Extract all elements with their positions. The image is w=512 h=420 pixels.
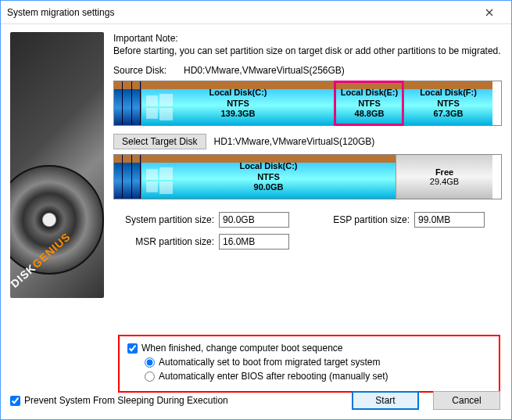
target-disk-row: Select Target Disk HD1:VMware,VMwareVirt… bbox=[113, 134, 502, 149]
footer: Prevent System From Sleeping During Exec… bbox=[10, 391, 500, 410]
size-fields: System partition size: ESP partition siz… bbox=[113, 212, 502, 256]
close-button[interactable] bbox=[474, 2, 505, 23]
partition-size: 90.0GB bbox=[254, 182, 284, 193]
free-space[interactable]: Free29.4GB bbox=[396, 155, 492, 199]
svg-rect-6 bbox=[146, 181, 158, 192]
prevent-sleep-checkbox[interactable] bbox=[10, 396, 20, 406]
partition-name: Local Disk(C:) bbox=[240, 161, 298, 172]
auto-bios-label: Automatically enter BIOS after rebooting… bbox=[159, 371, 388, 382]
partition-fs: NTFS bbox=[257, 172, 280, 183]
partition-size: 48.8GB bbox=[355, 109, 385, 120]
partition-fs: NTFS bbox=[437, 99, 460, 109]
boot-sequence-label: When finished, change computer boot sequ… bbox=[141, 343, 343, 354]
windows-icon bbox=[146, 167, 173, 194]
reserved-partitions bbox=[114, 81, 141, 125]
partition-size: 139.3GB bbox=[220, 109, 255, 120]
partition-name: Local Disk(F:) bbox=[420, 88, 477, 99]
msr-partition-size-label: MSR partition size: bbox=[113, 236, 219, 247]
source-disk-label: Source Disk: bbox=[113, 65, 184, 76]
svg-rect-0 bbox=[146, 96, 158, 107]
windows-icon bbox=[146, 94, 173, 120]
boot-sequence-row: When finished, change computer boot sequ… bbox=[127, 343, 491, 354]
close-icon bbox=[485, 9, 493, 16]
svg-rect-7 bbox=[159, 181, 173, 194]
start-button[interactable]: Start bbox=[352, 391, 419, 410]
boot-sequence-box: When finished, change computer boot sequ… bbox=[118, 335, 500, 393]
esp-partition-size-label: ESP partition size: bbox=[320, 214, 414, 225]
titlebar: System migration settings bbox=[1, 1, 511, 24]
source-disk-bar: Local Disk(C:)NTFS139.3GBLocal Disk(E:)N… bbox=[113, 81, 502, 126]
partition-fs: NTFS bbox=[227, 99, 249, 109]
target-disk-bar: Local Disk(C:)NTFS90.0GBFree29.4GB bbox=[113, 154, 502, 199]
target-disk-value: HD1:VMware,VMwareVirtualS(120GB) bbox=[214, 136, 375, 147]
partition[interactable]: Local Disk(C:)NTFS90.0GB bbox=[141, 155, 396, 199]
partition[interactable]: Local Disk(F:)NTFS67.3GB bbox=[403, 81, 492, 125]
auto-boot-row: Automatically set to boot from migrated … bbox=[127, 357, 491, 368]
prevent-sleep-row: Prevent System From Sleeping During Exec… bbox=[10, 395, 228, 406]
svg-rect-3 bbox=[159, 108, 173, 120]
partition[interactable]: Local Disk(E:)NTFS48.8GB bbox=[335, 81, 403, 125]
source-disk-row: Source Disk: HD0:VMware,VMwareVirtualS(2… bbox=[113, 65, 502, 76]
note-body: Before starting, you can set partition s… bbox=[113, 45, 502, 57]
dialog-window: System migration settings DISKGENIUS Imp… bbox=[0, 0, 512, 420]
partition-size: 67.3GB bbox=[434, 109, 464, 120]
svg-rect-1 bbox=[159, 94, 173, 106]
esp-partition-size-input[interactable] bbox=[414, 212, 485, 228]
partition-fs: NTFS bbox=[358, 99, 381, 109]
partition-name: Local Disk(E:) bbox=[341, 88, 398, 99]
system-partition-size-input[interactable] bbox=[219, 212, 289, 228]
window-title: System migration settings bbox=[7, 7, 474, 18]
auto-bios-row: Automatically enter BIOS after rebooting… bbox=[127, 371, 491, 382]
source-disk-value: HD0:VMware,VMwareVirtualS(256GB) bbox=[184, 65, 345, 76]
svg-rect-5 bbox=[159, 167, 173, 180]
select-target-disk-button[interactable]: Select Target Disk bbox=[113, 134, 206, 149]
auto-boot-radio[interactable] bbox=[145, 357, 155, 368]
cancel-button[interactable]: Cancel bbox=[433, 391, 500, 410]
boot-sequence-checkbox[interactable] bbox=[127, 343, 138, 354]
auto-bios-radio[interactable] bbox=[145, 372, 155, 382]
boot-options-block: When finished, change computer boot sequ… bbox=[118, 335, 500, 393]
prevent-sleep-label: Prevent System From Sleeping During Exec… bbox=[24, 395, 228, 406]
auto-boot-label: Automatically set to boot from migrated … bbox=[159, 357, 380, 368]
important-note: Important Note: Before starting, you can… bbox=[113, 32, 502, 57]
branding-image: DISKGENIUS bbox=[10, 32, 104, 298]
system-partition-size-label: System partition size: bbox=[113, 214, 219, 225]
svg-rect-4 bbox=[146, 170, 158, 181]
svg-rect-2 bbox=[146, 108, 158, 119]
partition[interactable]: Local Disk(C:)NTFS139.3GB bbox=[141, 81, 335, 125]
partition-name: Local Disk(C:) bbox=[209, 88, 267, 99]
msr-partition-size-input[interactable] bbox=[219, 234, 289, 249]
note-heading: Important Note: bbox=[113, 32, 502, 45]
reserved-partitions bbox=[114, 155, 141, 199]
